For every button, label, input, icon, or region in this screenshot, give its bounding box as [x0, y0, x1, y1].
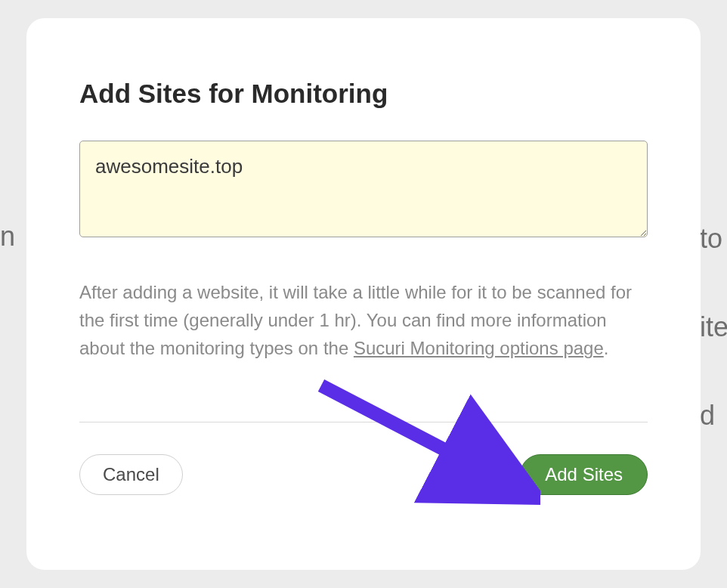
monitoring-options-link[interactable]: Sucuri Monitoring options page [354, 338, 604, 358]
helper-text: After adding a website, it will take a l… [79, 278, 648, 363]
helper-text-suffix: . [604, 338, 609, 358]
add-sites-modal: Add Sites for Monitoring After adding a … [26, 18, 701, 570]
cancel-button[interactable]: Cancel [79, 454, 183, 495]
background-text-left: n [0, 223, 20, 329]
divider [79, 422, 648, 422]
modal-actions: Cancel Add Sites [79, 454, 648, 495]
sites-input[interactable] [79, 141, 648, 237]
add-sites-button[interactable]: Add Sites [520, 454, 648, 495]
modal-title: Add Sites for Monitoring [79, 79, 648, 109]
background-text-right: to ite d [700, 223, 727, 487]
